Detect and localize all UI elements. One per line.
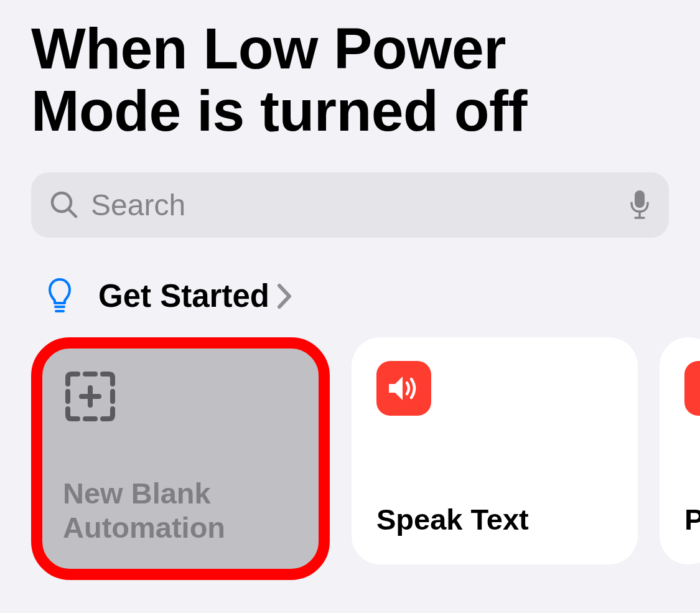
chevron-right-icon <box>277 283 293 309</box>
play-icon <box>684 361 700 416</box>
blank-automation-icon <box>64 370 116 423</box>
cards-row: New Blank Automation Speak Text <box>31 337 669 580</box>
search-icon <box>50 190 78 219</box>
section-title: Get Started <box>98 278 269 314</box>
speaker-icon <box>376 361 431 416</box>
card-label: Pla <box>684 502 693 536</box>
page-title: When Low Power Mode is turned off <box>31 17 669 143</box>
get-started-header[interactable]: Get Started <box>31 278 669 315</box>
card-label: Speak Text <box>376 502 613 536</box>
card-label: New Blank Automation <box>63 476 298 545</box>
new-blank-automation-card[interactable]: New Blank Automation <box>38 345 323 573</box>
speak-text-card[interactable]: Speak Text <box>352 337 638 564</box>
play-card[interactable]: Pla <box>660 337 700 564</box>
microphone-icon[interactable] <box>629 189 650 220</box>
lightbulb-icon <box>47 278 72 315</box>
svg-line-1 <box>68 209 76 217</box>
svg-rect-2 <box>635 190 645 208</box>
search-bar[interactable] <box>31 172 669 238</box>
search-input[interactable] <box>91 188 629 222</box>
